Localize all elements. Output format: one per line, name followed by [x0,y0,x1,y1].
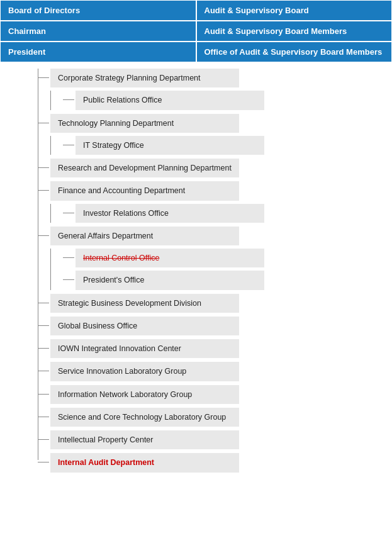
office-public-relations: Public Relations Office [76,91,264,109]
president-label: President [8,47,45,57]
org-chart: Corporate Strategy Planning Department P… [0,62,392,483]
list-item: Science and Core Technology Laboratory G… [38,408,386,427]
group-information-network-lab: Information Network Laboratory Group [50,385,239,404]
office-audit-cell: Office of Audit & Supervisory Board Memb… [196,42,393,62]
president-cell: President [0,42,196,62]
center-intellectual-property: Intellectual Property Center [50,430,239,449]
list-item: Global Business Office [38,317,386,335]
group-science-core-tech-lab: Science and Core Technology Laboratory G… [50,408,239,427]
list-item: Internal Audit Department [38,453,386,472]
dept-internal-audit: Internal Audit Department [50,453,239,472]
dept-technology-planning: Technology Planning Department [50,114,239,133]
list-item: Internal Control Office [63,249,386,267]
chairman-label: Chairman [8,26,46,36]
list-item: Investor Relations Office [63,204,386,223]
audit-members-label: Audit & Supervisory Board Members [204,26,347,36]
list-item: Public Relations Office [63,91,386,109]
list-item: Technology Planning Department IT Strate… [38,114,386,155]
list-item: Service Innovation Laboratory Group [38,362,386,381]
office-global-business: Global Business Office [50,317,239,335]
list-item: General Affairs Department Internal Cont… [38,227,386,290]
dept-general-affairs: General Affairs Department [50,227,239,245]
list-item: IOWN Integrated Innovation Center [38,339,386,358]
sub-tree: Investor Relations Office [50,204,386,223]
chairman-cell: Chairman [0,21,196,42]
sub-tree: IT Strategy Office [50,136,386,155]
board-of-directors-label: Board of Directors [8,6,80,15]
list-item: Corporate Strategy Planning Department P… [38,69,386,110]
org-tree: Corporate Strategy Planning Department P… [13,69,386,473]
div-strategic-business: Strategic Business Development Division [50,294,239,313]
list-item: Finance and Accounting Department Invest… [38,181,386,223]
list-item: Intellectual Property Center [38,430,386,449]
list-item: IT Strategy Office [63,136,386,155]
dept-finance-accounting: Finance and Accounting Department [50,181,239,200]
office-internal-control: Internal Control Office [76,249,264,267]
sub-tree: Internal Control Office President's Offi… [50,249,386,290]
sub-tree: Public Relations Office [50,91,386,109]
center-iown: IOWN Integrated Innovation Center [50,339,239,358]
office-presidents: President's Office [76,271,264,289]
audit-supervisory-board-cell: Audit & Supervisory Board [196,0,393,21]
dept-research-development: Research and Development Planning Depart… [50,159,239,177]
office-investor-relations: Investor Relations Office [76,204,264,223]
dept-corporate-strategy: Corporate Strategy Planning Department [50,69,239,87]
list-item: Information Network Laboratory Group [38,385,386,404]
header: Board of Directors Audit & Supervisory B… [0,0,392,62]
audit-supervisory-board-label: Audit & Supervisory Board [204,6,309,15]
office-it-strategy: IT Strategy Office [76,136,264,155]
list-item: Research and Development Planning Depart… [38,159,386,177]
list-item: Strategic Business Development Division [38,294,386,313]
audit-members-cell: Audit & Supervisory Board Members [196,21,393,42]
board-of-directors-cell: Board of Directors [0,0,196,21]
office-audit-label: Office of Audit & Supervisory Board Memb… [204,47,383,57]
list-item: President's Office [63,271,386,289]
group-service-innovation-lab: Service Innovation Laboratory Group [50,362,239,381]
